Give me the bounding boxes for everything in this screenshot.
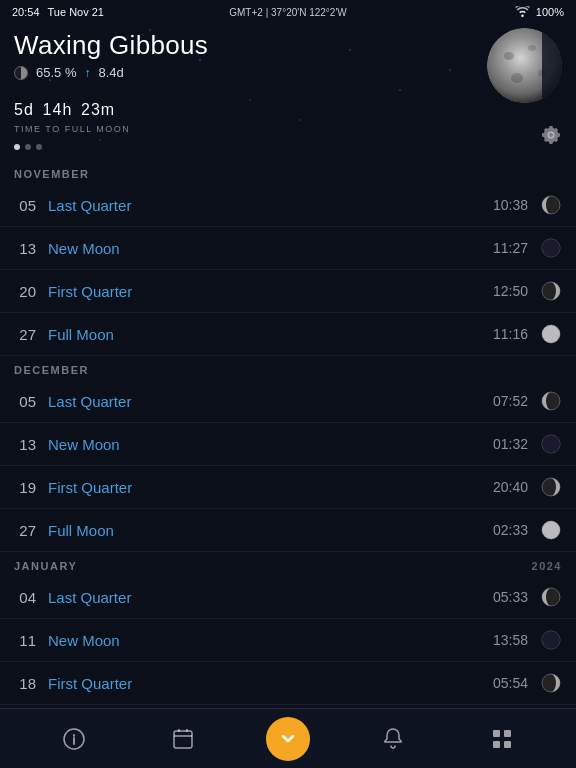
month-name: JANUARY (14, 560, 77, 572)
month-header: JANUARY2024 (0, 552, 576, 576)
row-phase-name: Full Moon (48, 326, 474, 343)
header-top: Waxing Gibbous 65.5 % ↑ 8.4d (14, 30, 562, 80)
status-left: 20:54 Tue Nov 21 (12, 6, 104, 18)
moon-title: Waxing Gibbous (14, 30, 208, 61)
month-section-december: DECEMBER05Last Quarter07:5213New Moon01:… (0, 356, 576, 552)
row-time: 13:58 (486, 632, 528, 648)
row-phase-name: Full Moon (48, 522, 474, 539)
month-header: DECEMBER (0, 356, 576, 380)
row-moon-phase-icon (540, 672, 562, 694)
row-time: 02:33 (486, 522, 528, 538)
svg-rect-40 (504, 741, 511, 748)
time-label: TIME TO FULL MOON (14, 124, 562, 134)
table-row[interactable]: 27Full Moon02:33 (0, 509, 576, 552)
battery: 100% (536, 6, 564, 18)
scroll-area[interactable]: NOVEMBER05Last Quarter10:3813New Moon11:… (0, 160, 576, 708)
month-name: DECEMBER (14, 364, 89, 376)
row-phase-name: New Moon (48, 240, 474, 257)
dot-3[interactable] (36, 144, 42, 150)
svg-rect-37 (493, 730, 500, 737)
time: 20:54 (12, 6, 40, 18)
arrow-up-icon: ↑ (84, 66, 90, 80)
row-phase-name: Last Quarter (48, 197, 474, 214)
hours-countdown: 14h (43, 101, 73, 118)
moon-image (487, 28, 562, 103)
row-phase-name: New Moon (48, 436, 474, 453)
row-date: 27 (14, 522, 36, 539)
month-section-january: JANUARY202404Last Quarter05:3311New Moon… (0, 552, 576, 708)
svg-point-4 (511, 73, 523, 83)
nav-calendar-button[interactable] (158, 717, 208, 761)
svg-point-16 (542, 435, 560, 453)
time-countdown: 5d 14h 23m (14, 90, 562, 122)
row-time: 05:33 (486, 589, 528, 605)
header: Waxing Gibbous 65.5 % ↑ 8.4d (0, 24, 576, 160)
timezone: GMT+2 (229, 7, 263, 18)
row-time: 11:16 (486, 326, 528, 342)
svg-point-13 (542, 325, 560, 343)
status-bar: 20:54 Tue Nov 21 GMT+2 | 37°20'N 122°2'W… (0, 0, 576, 24)
table-row[interactable]: 11New Moon13:58 (0, 619, 576, 662)
nav-bell-button[interactable] (368, 717, 418, 761)
illumination-value: 65.5 % (36, 65, 76, 80)
title-area: Waxing Gibbous 65.5 % ↑ 8.4d (14, 30, 208, 80)
row-phase-name: First Quarter (48, 479, 474, 496)
day: Tue Nov 21 (48, 6, 104, 18)
row-phase-name: First Quarter (48, 675, 474, 692)
nav-settings-button[interactable] (477, 717, 527, 761)
svg-point-3 (528, 45, 536, 51)
days-value: 8.4d (98, 65, 123, 80)
row-date: 13 (14, 240, 36, 257)
status-center: GMT+2 | 37°20'N 122°2'W (229, 7, 347, 18)
row-moon-phase-icon (540, 323, 562, 345)
nav-info-button[interactable] (49, 717, 99, 761)
table-row[interactable]: 19First Quarter20:40 (0, 466, 576, 509)
table-row[interactable]: 13New Moon11:27 (0, 227, 576, 270)
row-time: 10:38 (486, 197, 528, 213)
days-countdown: 5d (14, 101, 34, 118)
row-phase-name: First Quarter (48, 283, 474, 300)
nav-chevron-button[interactable] (266, 717, 310, 761)
svg-rect-39 (493, 741, 500, 748)
row-date: 27 (14, 326, 36, 343)
settings-icon-secondary[interactable] (540, 124, 562, 150)
row-date: 19 (14, 479, 36, 496)
row-date: 05 (14, 197, 36, 214)
svg-rect-36 (174, 731, 192, 748)
row-moon-phase-icon (540, 433, 562, 455)
row-time: 01:32 (486, 436, 528, 452)
table-row[interactable]: 05Last Quarter07:52 (0, 380, 576, 423)
dot-1[interactable] (14, 144, 20, 150)
table-row[interactable]: 18First Quarter05:54 (0, 662, 576, 705)
illumination: 65.5 % ↑ 8.4d (14, 65, 208, 80)
row-phase-name: Last Quarter (48, 393, 474, 410)
row-time: 11:27 (486, 240, 528, 256)
bottom-nav (0, 708, 576, 768)
table-row[interactable]: 05Last Quarter10:38 (0, 184, 576, 227)
row-date: 11 (14, 632, 36, 649)
month-year: 2024 (532, 560, 562, 572)
row-moon-phase-icon (540, 390, 562, 412)
svg-rect-38 (504, 730, 511, 737)
moon-phase-small-icon (14, 66, 28, 80)
coordinates: 37°20'N 122°2'W (271, 7, 347, 18)
month-header: NOVEMBER (0, 160, 576, 184)
row-date: 18 (14, 675, 36, 692)
table-row[interactable]: 27Full Moon11:16 (0, 313, 576, 356)
table-row[interactable]: 04Last Quarter05:33 (0, 576, 576, 619)
row-time: 12:50 (486, 283, 528, 299)
month-name: NOVEMBER (14, 168, 90, 180)
row-date: 04 (14, 589, 36, 606)
row-moon-phase-icon (540, 476, 562, 498)
page-dots (14, 144, 562, 150)
dot-2[interactable] (25, 144, 31, 150)
row-moon-phase-icon (540, 629, 562, 651)
table-row[interactable]: 13New Moon01:32 (0, 423, 576, 466)
row-moon-phase-icon (540, 280, 562, 302)
status-right: 100% (515, 6, 564, 19)
month-section-november: NOVEMBER05Last Quarter10:3813New Moon11:… (0, 160, 576, 356)
svg-point-23 (542, 631, 560, 649)
table-row[interactable]: 20First Quarter12:50 (0, 270, 576, 313)
row-moon-phase-icon (540, 194, 562, 216)
row-moon-phase-icon (540, 237, 562, 259)
